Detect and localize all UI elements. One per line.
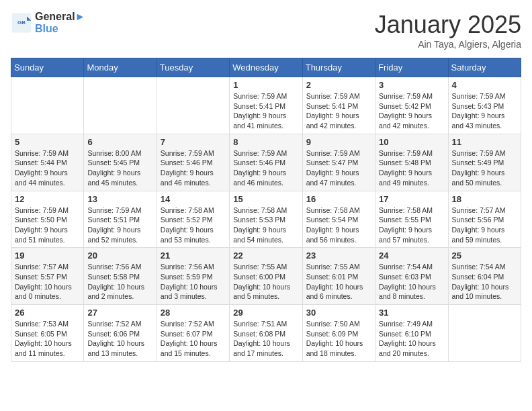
table-row: 8Sunrise: 7:59 AM Sunset: 5:46 PM Daylig… xyxy=(230,134,302,191)
table-row: 12Sunrise: 7:59 AM Sunset: 5:50 PM Dayli… xyxy=(11,191,84,248)
day-info: Sunrise: 7:54 AM Sunset: 6:03 PM Dayligh… xyxy=(379,262,444,302)
day-number: 31 xyxy=(379,308,444,318)
header-friday: Friday xyxy=(375,58,448,77)
table-row: 20Sunrise: 7:56 AM Sunset: 5:58 PM Dayli… xyxy=(84,248,157,305)
calendar-week-row: 19Sunrise: 7:57 AM Sunset: 5:57 PM Dayli… xyxy=(11,248,521,305)
day-number: 17 xyxy=(379,194,444,204)
day-number: 27 xyxy=(87,308,152,318)
day-info: Sunrise: 8:00 AM Sunset: 5:45 PM Dayligh… xyxy=(87,148,152,188)
logo: GB General► Blue xyxy=(11,11,85,35)
day-number: 23 xyxy=(306,250,371,261)
table-row: 31Sunrise: 7:49 AM Sunset: 6:10 PM Dayli… xyxy=(375,305,448,362)
header-tuesday: Tuesday xyxy=(157,58,229,77)
table-row: 4Sunrise: 7:59 AM Sunset: 5:43 PM Daylig… xyxy=(448,77,521,134)
day-number: 14 xyxy=(161,194,226,204)
calendar-table: Sunday Monday Tuesday Wednesday Thursday… xyxy=(11,58,521,362)
day-number: 24 xyxy=(379,250,444,261)
table-row: 18Sunrise: 7:57 AM Sunset: 5:56 PM Dayli… xyxy=(448,191,521,248)
table-row: 23Sunrise: 7:55 AM Sunset: 6:01 PM Dayli… xyxy=(302,248,375,305)
table-row: 17Sunrise: 7:58 AM Sunset: 5:55 PM Dayli… xyxy=(375,191,448,248)
table-row: 30Sunrise: 7:50 AM Sunset: 6:09 PM Dayli… xyxy=(302,305,375,362)
day-info: Sunrise: 7:58 AM Sunset: 5:52 PM Dayligh… xyxy=(161,205,226,245)
logo-text: General► Blue xyxy=(35,11,85,35)
day-number: 1 xyxy=(233,80,298,90)
table-row xyxy=(448,305,521,362)
day-info: Sunrise: 7:54 AM Sunset: 6:04 PM Dayligh… xyxy=(452,262,517,302)
calendar-week-row: 5Sunrise: 7:59 AM Sunset: 5:44 PM Daylig… xyxy=(11,134,521,191)
calendar-week-row: 26Sunrise: 7:53 AM Sunset: 6:05 PM Dayli… xyxy=(11,305,521,362)
day-info: Sunrise: 7:59 AM Sunset: 5:50 PM Dayligh… xyxy=(15,205,80,245)
day-number: 22 xyxy=(233,250,298,261)
day-info: Sunrise: 7:59 AM Sunset: 5:41 PM Dayligh… xyxy=(233,91,298,131)
day-info: Sunrise: 7:59 AM Sunset: 5:46 PM Dayligh… xyxy=(233,148,298,188)
table-row: 15Sunrise: 7:58 AM Sunset: 5:53 PM Dayli… xyxy=(230,191,302,248)
day-number: 26 xyxy=(15,308,80,318)
day-info: Sunrise: 7:50 AM Sunset: 6:09 PM Dayligh… xyxy=(306,319,371,359)
day-number: 7 xyxy=(161,137,226,147)
header-saturday: Saturday xyxy=(448,58,521,77)
day-number: 11 xyxy=(452,137,517,147)
header-wednesday: Wednesday xyxy=(230,58,302,77)
day-info: Sunrise: 7:58 AM Sunset: 5:54 PM Dayligh… xyxy=(306,205,371,245)
table-row: 2Sunrise: 7:59 AM Sunset: 5:41 PM Daylig… xyxy=(302,77,375,134)
day-info: Sunrise: 7:59 AM Sunset: 5:51 PM Dayligh… xyxy=(87,205,152,245)
table-row xyxy=(11,77,84,134)
table-row: 9Sunrise: 7:59 AM Sunset: 5:47 PM Daylig… xyxy=(302,134,375,191)
day-number: 9 xyxy=(306,137,371,147)
calendar-header-row: Sunday Monday Tuesday Wednesday Thursday… xyxy=(11,58,521,77)
day-info: Sunrise: 7:57 AM Sunset: 5:56 PM Dayligh… xyxy=(452,205,517,245)
day-number: 13 xyxy=(87,194,152,204)
day-number: 10 xyxy=(379,137,444,147)
table-row: 25Sunrise: 7:54 AM Sunset: 6:04 PM Dayli… xyxy=(448,248,521,305)
title-block: January 2025 Ain Taya, Algiers, Algeria xyxy=(375,11,521,50)
table-row: 7Sunrise: 7:59 AM Sunset: 5:46 PM Daylig… xyxy=(157,134,229,191)
day-number: 15 xyxy=(233,194,298,204)
day-info: Sunrise: 7:49 AM Sunset: 6:10 PM Dayligh… xyxy=(379,319,444,359)
table-row xyxy=(157,77,229,134)
day-number: 19 xyxy=(15,250,80,261)
day-number: 6 xyxy=(87,137,152,147)
day-info: Sunrise: 7:52 AM Sunset: 6:07 PM Dayligh… xyxy=(161,319,226,359)
table-row: 1Sunrise: 7:59 AM Sunset: 5:41 PM Daylig… xyxy=(230,77,302,134)
day-number: 29 xyxy=(233,308,298,318)
day-number: 5 xyxy=(15,137,80,147)
location-subtitle: Ain Taya, Algiers, Algeria xyxy=(375,39,521,50)
table-row: 22Sunrise: 7:55 AM Sunset: 6:00 PM Dayli… xyxy=(230,248,302,305)
day-info: Sunrise: 7:59 AM Sunset: 5:47 PM Dayligh… xyxy=(306,148,371,188)
day-info: Sunrise: 7:59 AM Sunset: 5:49 PM Dayligh… xyxy=(452,148,517,188)
day-info: Sunrise: 7:59 AM Sunset: 5:44 PM Dayligh… xyxy=(15,148,80,188)
day-info: Sunrise: 7:52 AM Sunset: 6:06 PM Dayligh… xyxy=(87,319,152,359)
day-number: 4 xyxy=(452,80,517,90)
day-number: 3 xyxy=(379,80,444,90)
day-number: 18 xyxy=(452,194,517,204)
day-number: 16 xyxy=(306,194,371,204)
logo-icon: GB xyxy=(11,12,32,34)
day-info: Sunrise: 7:56 AM Sunset: 5:58 PM Dayligh… xyxy=(87,262,152,302)
table-row: 14Sunrise: 7:58 AM Sunset: 5:52 PM Dayli… xyxy=(157,191,229,248)
table-row: 28Sunrise: 7:52 AM Sunset: 6:07 PM Dayli… xyxy=(157,305,229,362)
day-number: 30 xyxy=(306,308,371,318)
day-info: Sunrise: 7:56 AM Sunset: 5:59 PM Dayligh… xyxy=(161,262,226,302)
day-number: 21 xyxy=(161,250,226,261)
table-row: 11Sunrise: 7:59 AM Sunset: 5:49 PM Dayli… xyxy=(448,134,521,191)
day-info: Sunrise: 7:55 AM Sunset: 6:01 PM Dayligh… xyxy=(306,262,371,302)
day-number: 28 xyxy=(161,308,226,318)
day-info: Sunrise: 7:59 AM Sunset: 5:43 PM Dayligh… xyxy=(452,91,517,131)
day-info: Sunrise: 7:55 AM Sunset: 6:00 PM Dayligh… xyxy=(233,262,298,302)
day-info: Sunrise: 7:59 AM Sunset: 5:41 PM Dayligh… xyxy=(306,91,371,131)
page-header: GB General► Blue January 2025 Ain Taya, … xyxy=(11,11,521,50)
table-row: 26Sunrise: 7:53 AM Sunset: 6:05 PM Dayli… xyxy=(11,305,84,362)
calendar-week-row: 1Sunrise: 7:59 AM Sunset: 5:41 PM Daylig… xyxy=(11,77,521,134)
day-number: 12 xyxy=(15,194,80,204)
header-thursday: Thursday xyxy=(302,58,375,77)
table-row: 6Sunrise: 8:00 AM Sunset: 5:45 PM Daylig… xyxy=(84,134,157,191)
table-row: 3Sunrise: 7:59 AM Sunset: 5:42 PM Daylig… xyxy=(375,77,448,134)
day-number: 8 xyxy=(233,137,298,147)
header-monday: Monday xyxy=(84,58,157,77)
table-row: 19Sunrise: 7:57 AM Sunset: 5:57 PM Dayli… xyxy=(11,248,84,305)
table-row: 5Sunrise: 7:59 AM Sunset: 5:44 PM Daylig… xyxy=(11,134,84,191)
day-number: 25 xyxy=(452,250,517,261)
day-number: 2 xyxy=(306,80,371,90)
month-title: January 2025 xyxy=(375,11,521,39)
svg-text:GB: GB xyxy=(17,19,26,26)
